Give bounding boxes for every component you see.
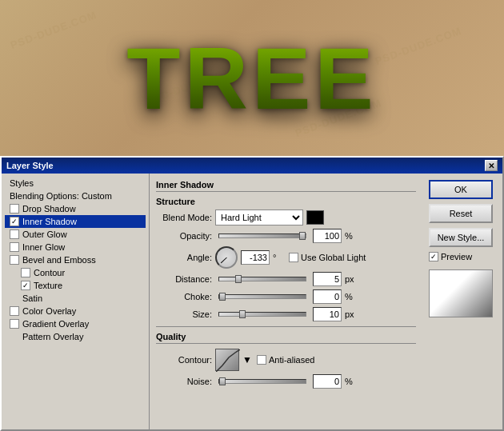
noise-thumb[interactable] xyxy=(219,377,226,385)
sidebar-item-blending[interactable]: Blending Options: Custom xyxy=(5,190,146,202)
dialog-titlebar: Layer Style ✕ xyxy=(2,158,502,174)
noise-unit: % xyxy=(345,377,358,386)
contour-checkbox[interactable] xyxy=(21,268,30,277)
choke-unit: % xyxy=(345,292,358,301)
layer-style-dialog: Layer Style ✕ Styles Blending Options: C… xyxy=(0,156,504,431)
preview-box xyxy=(429,269,493,317)
contour-preview[interactable] xyxy=(215,349,239,371)
use-global-light-checkbox[interactable] xyxy=(289,253,298,262)
preview-inner xyxy=(430,270,492,317)
texture-checkbox[interactable] xyxy=(21,281,30,290)
watermark-3: PSD-DUDE.COM xyxy=(374,25,463,67)
size-slider[interactable] xyxy=(218,312,306,317)
distance-thumb[interactable] xyxy=(235,275,242,283)
sidebar-item-bevel-emboss[interactable]: Bevel and Emboss xyxy=(5,253,146,266)
noise-row: Noise: % xyxy=(156,374,416,389)
sidebar-item-texture[interactable]: Texture xyxy=(5,279,146,292)
choke-slider[interactable] xyxy=(218,294,306,299)
contour-row: Contour: ▼ Anti-aliased xyxy=(156,349,416,371)
quality-title: Quality xyxy=(156,332,416,344)
watermark-1: PSD-DUDE.COM xyxy=(9,9,98,51)
sidebar-item-styles[interactable]: Styles xyxy=(5,177,146,190)
sidebar-item-drop-shadow[interactable]: Drop Shadow xyxy=(5,202,146,215)
size-unit: px xyxy=(345,309,358,319)
sidebar-item-pattern-overlay[interactable]: Pattern Overlay xyxy=(5,330,146,343)
reset-button[interactable]: Reset xyxy=(429,204,493,223)
contour-label: Contour: xyxy=(156,355,212,365)
inner-glow-checkbox[interactable] xyxy=(10,242,19,252)
bevel-emboss-checkbox[interactable] xyxy=(10,255,19,265)
choke-thumb[interactable] xyxy=(219,293,226,301)
structure-title: Structure xyxy=(156,197,416,206)
section-title-inner-shadow: Inner Shadow xyxy=(156,180,416,192)
choke-label: Choke: xyxy=(156,292,212,301)
right-panel: OK Reset New Style... Preview xyxy=(422,174,502,429)
left-panel: Styles Blending Options: Custom Drop Sha… xyxy=(2,174,150,429)
angle-indicator xyxy=(220,257,226,264)
dialog-body: Styles Blending Options: Custom Drop Sha… xyxy=(2,174,502,429)
opacity-slider[interactable] xyxy=(218,233,306,238)
dialog-title: Layer Style xyxy=(6,161,54,170)
size-row: Size: px xyxy=(156,307,416,321)
outer-glow-checkbox[interactable] xyxy=(10,229,19,239)
preview-row: Preview xyxy=(429,252,496,261)
angle-label: Angle: xyxy=(156,253,212,262)
opacity-label: Opacity: xyxy=(156,231,212,241)
sidebar-item-inner-glow[interactable]: Inner Glow xyxy=(5,241,146,253)
size-input[interactable] xyxy=(313,307,342,321)
noise-slider[interactable] xyxy=(218,379,306,384)
anti-aliased-label: Anti-aliased xyxy=(269,355,314,365)
noise-label: Noise: xyxy=(156,377,212,386)
gradient-overlay-checkbox[interactable] xyxy=(10,319,19,329)
opacity-unit: % xyxy=(345,231,358,241)
sidebar-item-gradient-overlay[interactable]: Gradient Overlay xyxy=(5,317,146,330)
new-style-button[interactable]: New Style... xyxy=(429,228,493,247)
choke-row: Choke: % xyxy=(156,289,416,304)
use-global-light-label: Use Global Light xyxy=(301,253,366,262)
choke-input[interactable] xyxy=(313,289,342,304)
sidebar-item-color-overlay[interactable]: Color Overlay xyxy=(5,305,146,317)
sidebar-item-outer-glow[interactable]: Outer Glow xyxy=(5,228,146,241)
distance-slider[interactable] xyxy=(218,277,306,281)
middle-panel: Inner Shadow Structure Blend Mode: Hard … xyxy=(150,174,422,429)
opacity-row: Opacity: % xyxy=(156,229,416,243)
angle-input[interactable] xyxy=(241,250,270,265)
distance-unit: px xyxy=(345,274,358,284)
size-label: Size: xyxy=(156,309,212,319)
use-global-light-row: Use Global Light xyxy=(289,253,366,262)
drop-shadow-checkbox[interactable] xyxy=(10,204,19,214)
inner-shadow-checkbox[interactable] xyxy=(10,217,19,226)
angle-row: Angle: ° Use Global Light xyxy=(156,246,416,269)
angle-dial[interactable] xyxy=(215,246,238,269)
sidebar-item-satin[interactable]: Satin xyxy=(5,292,146,305)
close-button[interactable]: ✕ xyxy=(485,160,498,171)
opacity-thumb[interactable] xyxy=(299,232,306,240)
separator xyxy=(156,326,416,327)
ok-button[interactable]: OK xyxy=(429,180,493,199)
preview-checkbox[interactable] xyxy=(429,252,438,261)
opacity-input[interactable] xyxy=(313,229,342,243)
blend-mode-select[interactable]: Hard Light Normal Multiply Screen Overla… xyxy=(215,210,303,225)
distance-row: Distance: px xyxy=(156,272,416,286)
blend-mode-row: Blend Mode: Hard Light Normal Multiply S… xyxy=(156,210,416,225)
canvas-area: PSD-DUDE.COM PSD-DUDE.COM PSD-DUDE.COM P… xyxy=(0,0,504,156)
size-thumb[interactable] xyxy=(239,310,246,318)
preview-label: Preview xyxy=(441,252,472,261)
noise-input[interactable] xyxy=(313,374,342,389)
distance-label: Distance: xyxy=(156,274,212,284)
blend-mode-label: Blend Mode: xyxy=(156,213,212,222)
distance-input[interactable] xyxy=(313,272,342,286)
anti-aliased-checkbox[interactable] xyxy=(257,355,266,365)
sidebar-item-inner-shadow[interactable]: Inner Shadow xyxy=(5,215,146,228)
sidebar-item-contour[interactable]: Contour xyxy=(5,266,146,279)
canvas-text: TREE xyxy=(126,27,377,129)
color-overlay-checkbox[interactable] xyxy=(10,306,19,316)
contour-dropdown-arrow[interactable]: ▼ xyxy=(242,354,254,365)
color-swatch[interactable] xyxy=(306,210,324,225)
angle-unit: ° xyxy=(273,253,286,262)
anti-aliased-row: Anti-aliased xyxy=(257,355,314,365)
